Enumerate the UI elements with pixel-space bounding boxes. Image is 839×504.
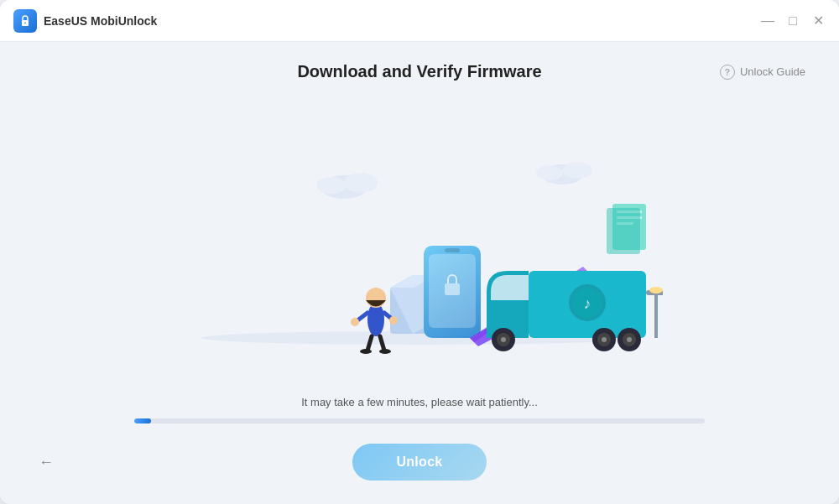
page-title: Download and Verify Firmware bbox=[297, 62, 541, 81]
svg-point-42 bbox=[360, 349, 372, 354]
progress-section: It may take a few minutes, please wait p… bbox=[134, 396, 705, 434]
minimize-button[interactable]: — bbox=[760, 13, 775, 29]
window-controls: — □ ✕ bbox=[760, 13, 826, 29]
progress-bar-container bbox=[134, 418, 705, 423]
svg-rect-35 bbox=[654, 292, 658, 338]
svg-point-8 bbox=[536, 165, 563, 180]
main-content: Download and Verify Firmware ? Unlock Gu… bbox=[0, 42, 839, 504]
unlock-guide-button[interactable]: ? Unlock Guide bbox=[720, 65, 805, 80]
maximize-button[interactable]: □ bbox=[785, 13, 800, 29]
svg-point-37 bbox=[649, 287, 663, 294]
logo-icon bbox=[13, 9, 37, 33]
bottom-section: ← Unlock bbox=[34, 434, 805, 487]
svg-text:♪: ♪ bbox=[584, 295, 591, 312]
svg-point-28 bbox=[602, 337, 607, 342]
title-bar: EaseUS MobiUnlock — □ ✕ bbox=[0, 0, 839, 42]
back-button[interactable]: ← bbox=[34, 449, 59, 476]
svg-rect-21 bbox=[607, 208, 640, 254]
svg-point-1 bbox=[24, 22, 26, 23]
svg-point-25 bbox=[501, 337, 506, 342]
progress-message: It may take a few minutes, please wait p… bbox=[301, 396, 538, 408]
svg-point-41 bbox=[389, 316, 398, 325]
progress-bar-fill bbox=[134, 418, 151, 423]
svg-point-7 bbox=[562, 162, 592, 179]
svg-point-4 bbox=[344, 173, 378, 193]
page-header: Download and Verify Firmware ? Unlock Gu… bbox=[34, 42, 805, 95]
unlock-button[interactable]: Unlock bbox=[352, 444, 487, 481]
help-icon: ? bbox=[720, 65, 735, 80]
app-logo: EaseUS MobiUnlock bbox=[13, 9, 157, 33]
svg-point-5 bbox=[316, 177, 347, 194]
illustration-area: ♪ bbox=[34, 95, 805, 396]
unlock-guide-label: Unlock Guide bbox=[740, 65, 805, 78]
svg-point-40 bbox=[351, 318, 359, 326]
close-button[interactable]: ✕ bbox=[810, 13, 826, 29]
svg-point-31 bbox=[627, 337, 632, 342]
app-name: EaseUS MobiUnlock bbox=[44, 14, 157, 28]
svg-point-43 bbox=[379, 349, 391, 354]
svg-rect-12 bbox=[445, 248, 460, 252]
svg-rect-13 bbox=[445, 283, 460, 295]
illustration-svg: ♪ bbox=[176, 137, 663, 355]
